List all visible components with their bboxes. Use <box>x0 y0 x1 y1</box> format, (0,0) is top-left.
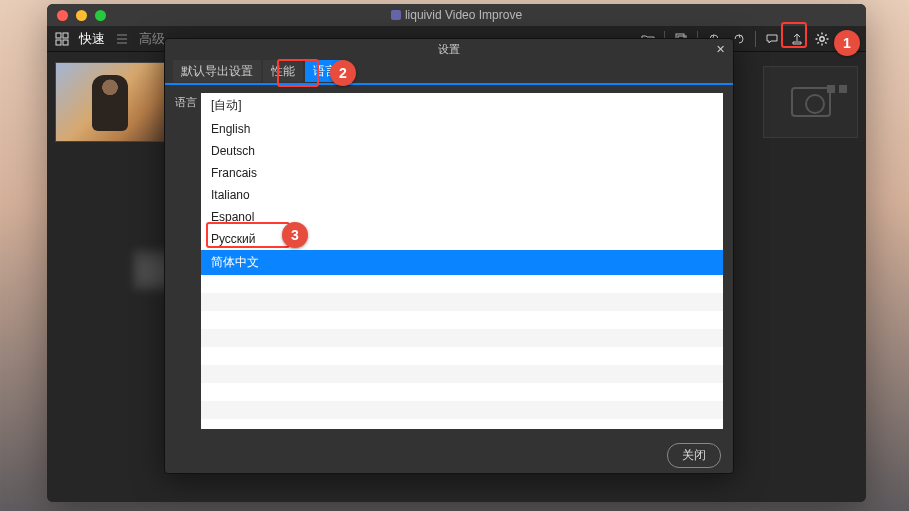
media-thumbnail[interactable] <box>55 62 177 142</box>
annotation-badge-2: 2 <box>330 60 356 86</box>
language-option[interactable]: [自动] <box>201 93 723 118</box>
close-button[interactable]: 关闭 <box>667 443 721 468</box>
dialog-close-icon[interactable]: ✕ <box>716 43 725 56</box>
titlebar: liquivid Video Improve <box>47 4 866 26</box>
language-option[interactable]: English <box>201 118 723 140</box>
tab-export[interactable]: 默认导出设置 <box>173 60 261 82</box>
list-filler <box>201 401 723 419</box>
dialog-titlebar: 设置 ✕ <box>165 39 733 59</box>
dialog-tabs: 默认导出设置 性能 语言 <box>165 59 733 85</box>
app-icon <box>391 10 401 20</box>
language-option[interactable]: Deutsch <box>201 140 723 162</box>
svg-rect-1 <box>63 33 68 38</box>
chat-button[interactable] <box>761 28 783 50</box>
preview-panel <box>763 66 858 138</box>
list-filler <box>201 365 723 383</box>
list-filler <box>201 293 723 311</box>
list-filler <box>201 383 723 401</box>
menu-icon <box>115 32 129 46</box>
window-title: liquivid Video Improve <box>47 8 866 22</box>
svg-point-9 <box>820 36 824 40</box>
list-filler <box>201 419 723 429</box>
list-filler <box>201 329 723 347</box>
language-sidelabel: 语言 <box>165 85 201 437</box>
close-panel-icon[interactable] <box>839 85 847 93</box>
list-filler <box>201 347 723 365</box>
language-option[interactable]: Francais <box>201 162 723 184</box>
mode-advanced[interactable]: 高级 <box>139 30 165 48</box>
mode-quick[interactable]: 快速 <box>79 30 105 48</box>
dialog-title: 设置 <box>438 42 460 57</box>
annotation-box-language <box>206 222 290 248</box>
grid-icon <box>55 32 69 46</box>
annotation-badge-3: 3 <box>282 222 308 248</box>
camera-placeholder-icon <box>791 87 831 117</box>
separator-icon <box>755 31 756 47</box>
language-option[interactable]: 简体中文 <box>201 250 723 275</box>
gear-icon[interactable] <box>811 28 833 50</box>
svg-rect-3 <box>63 40 68 45</box>
language-option[interactable]: Italiano <box>201 184 723 206</box>
annotation-box-tab <box>277 59 319 87</box>
svg-rect-0 <box>56 33 61 38</box>
annotation-box-gear <box>781 22 807 48</box>
annotation-badge-1: 1 <box>834 30 860 56</box>
window-title-text: liquivid Video Improve <box>405 8 522 22</box>
svg-rect-2 <box>56 40 61 45</box>
language-list[interactable]: [自动]EnglishDeutschFrancaisItalianoEspano… <box>201 93 723 429</box>
list-filler <box>201 275 723 293</box>
list-filler <box>201 311 723 329</box>
settings-dialog: 设置 ✕ 默认导出设置 性能 语言 语言 [自动]EnglishDeutschF… <box>164 38 734 474</box>
